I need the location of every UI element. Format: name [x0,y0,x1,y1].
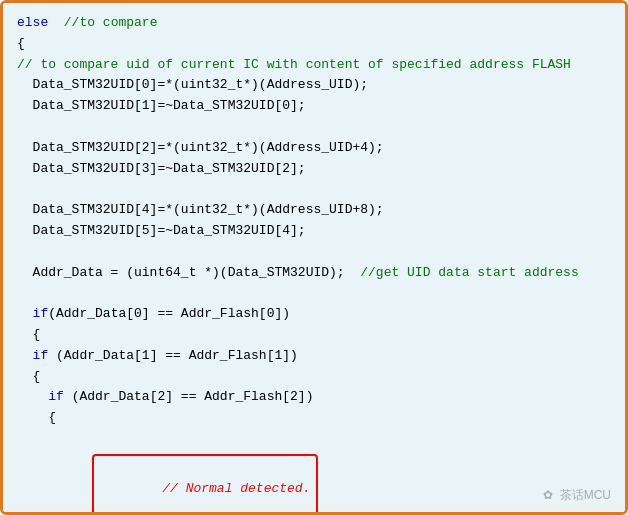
code-text [17,348,33,363]
code-line: Data_STM32UID[0]=*(uint32_t*)(Address_UI… [17,75,611,96]
code-line: Data_STM32UID[3]=~Data_STM32UID[2]; [17,159,611,180]
code-text: Data_STM32UID[1]=~Data_STM32UID[0]; [17,98,306,113]
normal-detected-box: // Normal detected. 比对成功，进入正常运行 [45,431,611,515]
code-line: if(Addr_Data[0] == Addr_Flash[0]) [17,304,611,325]
code-line [17,179,611,200]
code-text: (Addr_Data[1] == Addr_Flash[1]) [48,348,298,363]
code-block-container: else //to compare { // to compare uid of… [0,0,628,515]
code-text: (Addr_Data[2] == Addr_Flash[2]) [64,389,314,404]
code-line: Data_STM32UID[5]=~Data_STM32UID[4]; [17,221,611,242]
code-line: if (Addr_Data[1] == Addr_Flash[1]) [17,346,611,367]
code-area: else //to compare { // to compare uid of… [3,3,625,515]
code-text: Data_STM32UID[5]=~Data_STM32UID[4]; [17,223,306,238]
code-line [17,283,611,304]
watermark-icon: ✿ [543,488,553,502]
code-text: (Addr_Data[0] == Addr_Flash[0]) [48,306,290,321]
code-line: { [17,34,611,55]
code-text: Addr_Data = (uint64_t *)(Data_STM32UID); [17,265,360,280]
code-text: { [17,410,56,425]
code-text: Data_STM32UID[0]=*(uint32_t*)(Address_UI… [17,77,368,92]
code-line [17,242,611,263]
keyword: if [17,306,48,321]
code-text: Data_STM32UID[2]=*(uint32_t*)(Address_UI… [17,140,384,155]
code-line: Data_STM32UID[1]=~Data_STM32UID[0]; [17,96,611,117]
comment: //to compare [48,15,157,30]
watermark-text: 茶话MCU [560,488,611,502]
code-line: // to compare uid of current IC with con… [17,55,611,76]
code-line: else //to compare [17,13,611,34]
normal-comment: // Normal detected. [162,481,310,496]
keyword: else [17,15,48,30]
code-line [17,117,611,138]
watermark: ✿ 茶话MCU [543,487,611,504]
code-line: Data_STM32UID[2]=*(uint32_t*)(Address_UI… [17,138,611,159]
code-text [17,389,48,404]
code-line: { [17,367,611,388]
code-text: Data_STM32UID[4]=*(uint32_t*)(Address_UI… [17,202,384,217]
comment: // to compare uid of current IC with con… [17,57,571,72]
comment: //get UID data start address [360,265,578,280]
keyword: if [48,389,64,404]
code-line: if (Addr_Data[2] == Addr_Flash[2]) [17,387,611,408]
normal-highlight: // Normal detected. 比对成功，进入正常运行 [92,454,319,515]
code-line: Data_STM32UID[4]=*(uint32_t*)(Address_UI… [17,200,611,221]
code-line: { [17,325,611,346]
code-text: { [17,327,40,342]
keyword: if [33,348,49,363]
code-text: Data_STM32UID[3]=~Data_STM32UID[2]; [17,161,306,176]
code-text: { [17,36,25,51]
code-line: { [17,408,611,429]
code-line: Addr_Data = (uint64_t *)(Data_STM32UID);… [17,263,611,284]
code-text: { [17,369,40,384]
